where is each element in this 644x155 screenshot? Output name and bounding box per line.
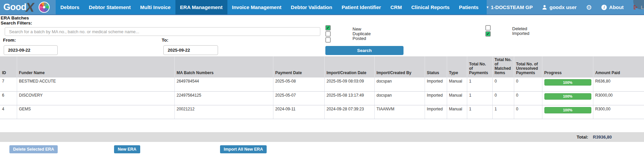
cell-unresolved: 0: [514, 78, 542, 91]
batch-search-input[interactable]: [5, 27, 320, 36]
from-date-input[interactable]: [4, 45, 58, 55]
cell-status: Imported: [425, 105, 447, 119]
cell-total_payments: 1: [467, 105, 492, 119]
import-all-new-era-button[interactable]: Import All New ERA: [220, 145, 267, 153]
about-button[interactable]: i About: [601, 4, 624, 10]
checkbox-posted[interactable]: [325, 37, 331, 43]
cell-type: Manual: [447, 105, 467, 119]
nav-item-patients[interactable]: Patients: [454, 0, 483, 14]
nav-item-clinical-reports[interactable]: Clinical Reports: [407, 0, 454, 14]
info-icon: i: [601, 5, 607, 10]
table-header-row: IDFunder NameMA Batch NumbersPayment Dat…: [0, 56, 644, 78]
cell-import_date: 2024-09-28 07:39:23: [324, 105, 374, 119]
delete-selected-era-button[interactable]: Delete Selected ERA: [9, 145, 58, 153]
table-row[interactable]: 4GEMS200212122024-09-112024-09-28 07:39:…: [0, 105, 644, 119]
new-era-button[interactable]: New ERA: [114, 145, 140, 153]
goodx-pinwheel-icon: [39, 2, 50, 13]
nav-item-multi-invoice[interactable]: Multi Invoice: [136, 0, 175, 14]
progress-bar: 100%: [544, 79, 591, 86]
table-body: 7BESTMED ACCUTE26497845442025-05-082025-…: [0, 78, 644, 119]
brand-x-text: X: [25, 2, 36, 12]
col-header-import-creation-date: Import/Creation Date: [324, 56, 374, 78]
era-management-page: Good X DebtorsDebtor StatementMulti Invo…: [0, 0, 644, 155]
checkbox-label-deleted: Deleted: [512, 27, 529, 31]
nav-item-crm[interactable]: CRM: [386, 0, 407, 14]
status-checkbox-labels: NewDuplicatePosted: [353, 27, 371, 41]
col-header-import-created-by: Import/Created By: [374, 56, 425, 78]
to-date-input[interactable]: [163, 45, 218, 55]
cell-unresolved: 0: [514, 105, 542, 119]
cell-unresolved: 0: [514, 91, 542, 105]
total-bar: Total: R3936,80: [0, 132, 644, 142]
from-label: From:: [3, 38, 16, 43]
col-header-amount-paid: Amount Paid: [593, 56, 644, 78]
to-label: To:: [162, 38, 168, 43]
cell-imported_by: TIAANVM: [374, 105, 425, 119]
col-header-total-no-of-payments: Total No. of Payments: [467, 56, 492, 78]
settings-button[interactable]: ⚙: [586, 4, 592, 11]
nav-menu: DebtorsDebtor StatementMulti InvoiceERA …: [56, 0, 487, 14]
top-nav-bar: Good X DebtorsDebtor StatementMulti Invo…: [0, 0, 644, 15]
cell-ma_batch: 2649784544: [174, 78, 273, 91]
cell-id: 7: [0, 78, 17, 91]
cell-ma_batch: 22497564125: [174, 91, 273, 105]
col-header-ma-batch-numbers: MA Batch Numbers: [174, 56, 273, 78]
caret-down-icon: ▾: [487, 5, 489, 9]
user-icon: [542, 5, 547, 10]
status-checkbox-group: ✔: [325, 25, 331, 43]
cell-import_date: 2025-05-08 13:17:49: [324, 91, 374, 105]
cell-status: Imported: [425, 78, 447, 91]
cell-id: 6: [0, 91, 17, 105]
nav-item-debtor-statement[interactable]: Debtor Statement: [84, 0, 136, 14]
cell-ma_batch: 20021212: [174, 105, 273, 119]
total-label: Total:: [577, 135, 588, 140]
col-header-total-no-of-unresolved-payments: Total No. of Unresolved Payments: [514, 56, 542, 78]
cell-amount: R3000,00: [593, 91, 644, 105]
nav-item-invoice-management[interactable]: Invoice Management: [227, 0, 286, 14]
checkbox-label-imported: Imported: [512, 31, 529, 36]
col-header-type: Type: [447, 56, 467, 78]
state-checkbox-labels: DeletedImported: [512, 27, 529, 36]
cell-funder: BESTMED ACCUTE: [17, 78, 174, 91]
total-value: R3936,80: [593, 135, 612, 140]
user-name: goodx user: [549, 4, 577, 10]
cell-funder: GEMS: [17, 105, 174, 119]
checkbox-new[interactable]: ✔: [325, 25, 331, 31]
search-button[interactable]: Search: [325, 46, 404, 55]
checkbox-label-duplicate: Duplicate: [353, 32, 371, 36]
state-checkbox-group: ✔: [485, 25, 491, 37]
nav-item-era-management[interactable]: ERA Management: [175, 0, 227, 14]
cell-import_date: 2025-05-09 08:03:09: [324, 78, 374, 91]
cell-progress: 100%: [542, 78, 593, 91]
cell-total_payments: 1: [467, 78, 492, 91]
cell-payment_date: 2024-09-11: [273, 105, 324, 119]
cell-imported_by: docspan: [374, 78, 425, 91]
col-header-total-no-of-matched-items: Total No. of Matched Items: [492, 56, 514, 78]
cell-matched: 0: [492, 78, 514, 91]
cell-type: Manual: [447, 91, 467, 105]
col-header-id: ID: [0, 56, 17, 78]
checkbox-label-new: New: [353, 27, 371, 32]
cell-status: Imported: [425, 91, 447, 105]
about-label: About: [609, 4, 624, 10]
search-filters-label: Search Filters:: [1, 20, 32, 25]
checkbox-deleted[interactable]: [485, 25, 491, 31]
table-row[interactable]: 7BESTMED ACCUTE26497845442025-05-082025-…: [0, 78, 644, 91]
nav-item-debtor-validation[interactable]: Debtor Validation: [286, 0, 337, 14]
cell-imported_by: docspan: [374, 91, 425, 105]
col-header-funder-name: Funder Name: [17, 56, 174, 78]
nav-item-debtors[interactable]: Debtors: [56, 0, 84, 14]
nav-item-patient-identifier[interactable]: Patient Identifier: [337, 0, 386, 14]
col-header-status: Status: [425, 56, 447, 78]
page-title: ERA Batches: [1, 15, 29, 20]
progress-bar: 100%: [544, 107, 591, 113]
cell-amount: R636,80: [593, 78, 644, 91]
user-menu[interactable]: goodx user: [542, 4, 577, 10]
cell-payment_date: 2025-05-08: [273, 78, 324, 91]
cell-amount: R300,00: [593, 105, 644, 119]
cell-progress: 100%: [542, 91, 593, 105]
checkbox-duplicate[interactable]: [325, 31, 331, 37]
table-row[interactable]: 6DISCOVERY224975641252025-05-072025-05-0…: [0, 91, 644, 105]
checkbox-imported[interactable]: ✔: [485, 31, 491, 37]
practice-selector[interactable]: ▾ 1-DOCSTEAM GP: [487, 4, 533, 10]
